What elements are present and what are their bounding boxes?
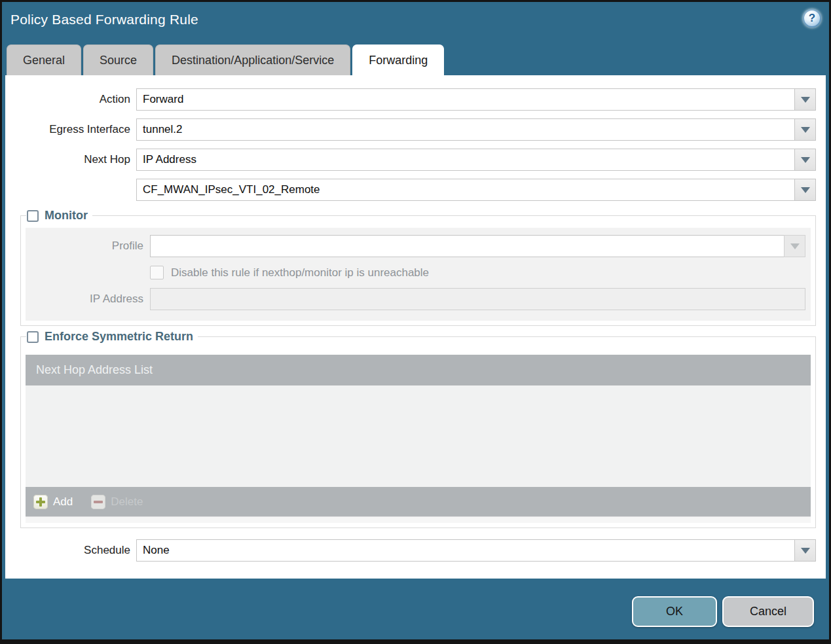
next-hop-address-list-header-label: Next Hop Address List <box>36 363 153 377</box>
egress-interface-input[interactable] <box>136 118 794 141</box>
profile-input[interactable] <box>150 235 784 257</box>
disable-rule-checkbox[interactable] <box>150 266 164 279</box>
monitor-section: Monitor Profile Disable this rule if nex… <box>20 209 816 326</box>
symmetric-return-legend: Enforce Symmetric Return <box>26 330 198 344</box>
next-hop-address-input[interactable] <box>136 179 794 201</box>
tab-destination-application-service[interactable]: Destination/Application/Service <box>155 45 350 76</box>
next-hop-dropdown-button[interactable] <box>794 149 816 171</box>
tab-bar: General Source Destination/Application/S… <box>7 45 444 76</box>
ok-button[interactable]: OK <box>632 596 717 627</box>
policy-based-forwarding-dialog: Policy Based Forwarding Rule ? General S… <box>0 0 831 644</box>
action-combo <box>136 88 816 111</box>
chevron-down-icon <box>801 97 810 103</box>
profile-combo <box>150 235 805 257</box>
help-icon[interactable]: ? <box>803 9 821 27</box>
add-button-label: Add <box>53 495 73 509</box>
minus-icon <box>91 495 105 509</box>
monitor-ip-address-row: IP Address <box>26 288 805 310</box>
action-label: Action <box>5 93 136 106</box>
egress-interface-row: Egress Interface <box>5 118 816 141</box>
egress-interface-label: Egress Interface <box>5 123 136 136</box>
monitor-legend: Monitor <box>26 209 92 223</box>
next-hop-address-row <box>5 179 816 201</box>
chevron-down-icon <box>790 243 800 249</box>
disable-rule-label: Disable this rule if nexthop/monitor ip … <box>171 266 429 279</box>
chevron-down-icon <box>801 187 810 193</box>
next-hop-row: Next Hop <box>5 149 816 171</box>
next-hop-address-dropdown-button[interactable] <box>794 179 816 201</box>
monitor-section-title: Monitor <box>45 209 88 223</box>
monitor-section-body: Profile Disable this rule if nexthop/mon… <box>26 228 811 321</box>
horizontal-scrollbar[interactable] <box>26 516 811 523</box>
schedule-label: Schedule <box>5 544 136 557</box>
next-hop-address-list-header[interactable]: Next Hop Address List <box>26 355 811 385</box>
schedule-combo <box>136 539 816 562</box>
tab-source[interactable]: Source <box>83 45 153 76</box>
symmetric-return-section-title: Enforce Symmetric Return <box>45 330 193 344</box>
plus-icon <box>33 495 48 509</box>
schedule-row: Schedule <box>5 539 816 562</box>
cancel-button[interactable]: Cancel <box>722 596 814 627</box>
next-hop-address-list-grid: Next Hop Address List Add Delete <box>26 355 811 523</box>
action-row: Action <box>5 88 816 111</box>
profile-row: Profile <box>26 235 805 257</box>
delete-button[interactable]: Delete <box>91 495 143 509</box>
next-hop-label: Next Hop <box>5 153 136 166</box>
next-hop-address-combo <box>136 179 816 201</box>
monitor-ip-address-input[interactable] <box>150 288 805 310</box>
chevron-down-icon <box>801 157 810 163</box>
profile-dropdown-button[interactable] <box>784 235 805 257</box>
add-button[interactable]: Add <box>33 495 73 509</box>
next-hop-type-input[interactable] <box>136 149 794 171</box>
monitor-checkbox[interactable] <box>27 210 39 222</box>
enforce-symmetric-return-checkbox[interactable] <box>27 331 39 343</box>
schedule-input[interactable] <box>136 539 794 562</box>
schedule-dropdown-button[interactable] <box>794 539 816 562</box>
egress-interface-dropdown-button[interactable] <box>794 118 816 141</box>
egress-interface-combo <box>136 118 816 141</box>
monitor-ip-address-label: IP Address <box>26 293 150 306</box>
profile-label: Profile <box>26 240 150 253</box>
disable-rule-row: Disable this rule if nexthop/monitor ip … <box>26 266 805 279</box>
action-dropdown-button[interactable] <box>794 88 816 111</box>
next-hop-address-list-body[interactable] <box>26 385 811 487</box>
action-input[interactable] <box>136 88 794 111</box>
tab-general[interactable]: General <box>7 45 81 76</box>
dialog-title: Policy Based Forwarding Rule <box>10 12 198 27</box>
chevron-down-icon <box>801 127 810 133</box>
chevron-down-icon <box>801 548 810 554</box>
tab-forwarding[interactable]: Forwarding <box>352 45 444 76</box>
symmetric-return-section: Enforce Symmetric Return Next Hop Addres… <box>20 330 816 528</box>
next-hop-address-list-toolbar: Add Delete <box>26 487 811 516</box>
next-hop-combo <box>136 149 816 171</box>
delete-button-label: Delete <box>111 495 143 509</box>
forwarding-tab-panel: Action Egress Interface Next Hop <box>5 75 826 579</box>
